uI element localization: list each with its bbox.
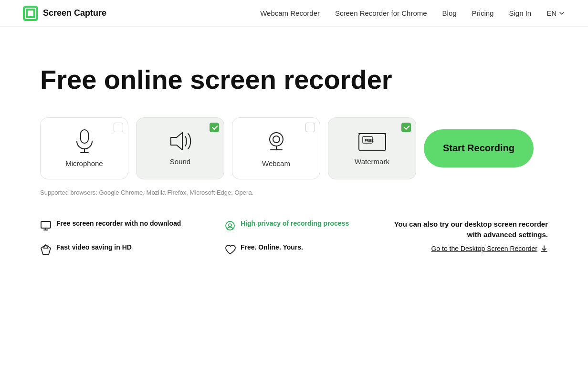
- svg-marker-21: [41, 245, 51, 254]
- nav-pricing[interactable]: Pricing: [472, 9, 494, 17]
- desktop-promo: You can also try our desktop screen reco…: [386, 219, 548, 253]
- microphone-label: Microphone: [65, 159, 103, 167]
- feature-no-download: Free screen recorder with no download: [40, 219, 201, 231]
- nav-screen-recorder-chrome[interactable]: Screen Recorder for Chrome: [335, 9, 427, 17]
- main-nav: Webcam Recorder Screen Recorder for Chro…: [260, 9, 565, 17]
- features-section: Free screen recorder with no download Hi…: [40, 219, 548, 255]
- recording-options: Microphone Sound Webcam: [40, 117, 548, 179]
- language-label: EN: [546, 9, 556, 17]
- svg-text:FREE: FREE: [365, 139, 374, 142]
- option-watermark[interactable]: FREE Watermark: [328, 117, 416, 179]
- download-icon: [540, 245, 548, 252]
- webcam-label: Webcam: [262, 159, 290, 167]
- webcam-checkbox[interactable]: [305, 123, 315, 132]
- start-recording-button[interactable]: Start Recording: [424, 129, 534, 167]
- svg-point-8: [273, 136, 280, 143]
- desktop-promo-link[interactable]: Go to the Desktop Screen Recorder: [431, 245, 548, 252]
- logo-text: Screen Capture: [43, 8, 106, 18]
- nav-blog[interactable]: Blog: [442, 9, 457, 17]
- feature-free-text: Free. Online. Yours.: [241, 243, 303, 252]
- feature-no-download-text: Free screen recorder with no download: [56, 219, 181, 229]
- page-title: Free online screen recorder: [40, 65, 548, 94]
- feature-hd-text: Fast video saving in HD: [56, 243, 132, 252]
- language-selector[interactable]: EN: [546, 9, 565, 17]
- chevron-down-icon: [558, 10, 565, 17]
- microphone-icon: [74, 129, 95, 154]
- heart-icon: [224, 244, 236, 255]
- nav-webcam-recorder[interactable]: Webcam Recorder: [260, 9, 320, 17]
- desktop-promo-text: You can also try our desktop screen reco…: [386, 219, 548, 240]
- microphone-checkbox[interactable]: [114, 123, 123, 132]
- feature-privacy: High privacy of recording process: [224, 219, 386, 231]
- feature-privacy-text: High privacy of recording process: [241, 219, 349, 229]
- svg-marker-6: [171, 133, 182, 150]
- feature-hd: Fast video saving in HD: [40, 243, 201, 255]
- logo-icon: [23, 6, 38, 21]
- supported-browsers-text: Supported browsers: Google Chrome, Mozil…: [40, 189, 548, 196]
- feature-free: Free. Online. Yours.: [224, 243, 386, 255]
- watermark-icon: FREE: [358, 131, 387, 152]
- sound-checkbox[interactable]: [210, 123, 219, 132]
- nav-sign-in[interactable]: Sign In: [509, 9, 531, 17]
- monitor-icon: [40, 220, 52, 231]
- option-microphone[interactable]: Microphone: [40, 117, 128, 179]
- privacy-icon: [224, 220, 236, 231]
- svg-rect-2: [28, 10, 33, 16]
- sound-label: Sound: [170, 157, 190, 166]
- watermark-label: Watermark: [355, 157, 389, 166]
- desktop-promo-link-text: Go to the Desktop Screen Recorder: [431, 245, 537, 252]
- option-sound[interactable]: Sound: [136, 117, 224, 179]
- svg-point-20: [229, 224, 231, 227]
- option-webcam[interactable]: Webcam: [232, 117, 320, 179]
- diamond-icon: [40, 244, 52, 255]
- svg-rect-3: [81, 130, 88, 143]
- features-list: Free screen recorder with no download Hi…: [40, 219, 386, 255]
- svg-point-7: [270, 133, 283, 146]
- webcam-icon: [265, 129, 288, 154]
- watermark-checkbox[interactable]: [401, 123, 411, 132]
- svg-rect-16: [41, 221, 51, 228]
- sound-icon: [168, 131, 193, 152]
- logo[interactable]: Screen Capture: [23, 6, 106, 21]
